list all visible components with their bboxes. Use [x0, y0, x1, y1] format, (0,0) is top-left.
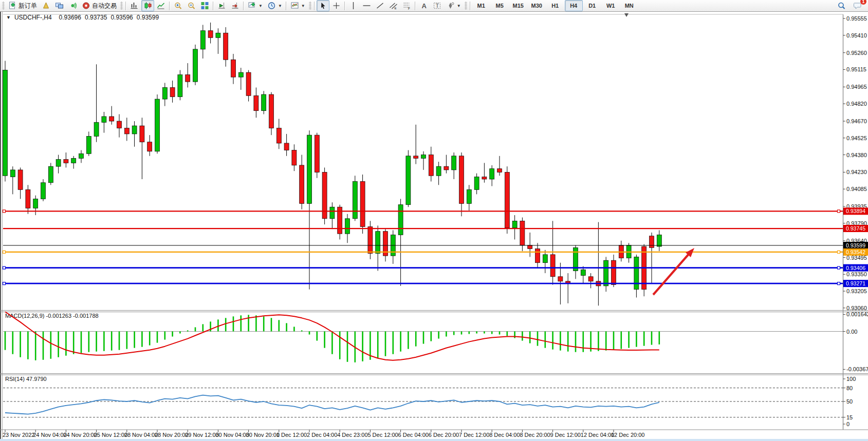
bear-candle [505, 172, 509, 227]
bull-candle [376, 232, 380, 254]
time-tick-label: 24 Nov 04:00 [33, 432, 66, 438]
tile-windows-button[interactable] [198, 0, 211, 11]
hline-handle[interactable] [3, 210, 6, 213]
toolbar-separator [243, 2, 244, 10]
bear-candle [246, 72, 251, 95]
bear-candle [147, 142, 152, 151]
terminal-button[interactable] [53, 0, 66, 11]
toolbar-grip[interactable] [309, 2, 311, 10]
time-tick-label: 30 Nov 04:00 [215, 432, 249, 438]
bull-candle [238, 72, 243, 77]
line-chart-mode-button[interactable] [155, 0, 168, 11]
hline-handle[interactable] [838, 251, 840, 253]
profiles-button[interactable] [40, 0, 52, 11]
time-tick-label: 9 Dec 12:00 [550, 432, 581, 438]
new-order-icon [8, 2, 17, 10]
mt4-window: 新订单自动交易▼▼▼EFAT▼M1M5M15M30H1H4D1W1MN1 ▼ U… [0, 0, 868, 441]
bear-candle [64, 160, 68, 163]
oneclick-dropdown-icon[interactable]: ▼ [6, 15, 11, 20]
quote-close: 0.93599 [137, 14, 159, 21]
timeframe-h1-button[interactable]: H1 [546, 0, 564, 11]
bear-candle [612, 260, 616, 284]
chart-canvas[interactable]: 0.955550.954100.952600.951150.949650.948… [0, 0, 868, 441]
shapes-icon [446, 2, 455, 10]
cursor-tool-button[interactable] [317, 0, 329, 11]
macd-tick-label: 0.001642 [846, 311, 868, 317]
timeframe-w1-button[interactable]: W1 [602, 0, 620, 11]
price-tag-label: 0.93745 [846, 225, 865, 232]
channel-tool-button[interactable]: E [387, 0, 400, 11]
bull-candle [474, 177, 479, 189]
hline-handle[interactable] [3, 282, 6, 285]
candlestick-mode-button[interactable] [141, 0, 154, 11]
price-tick-label: 0.94820 [846, 101, 867, 107]
hline-handle[interactable] [838, 282, 840, 285]
crosshair-tool-button[interactable] [330, 0, 343, 11]
trendline-tool-button[interactable] [374, 0, 386, 11]
dropdown-caret-icon: ▼ [301, 4, 305, 8]
bull-candle [155, 99, 160, 151]
toolbar-grip[interactable] [2, 2, 5, 10]
hline-handle[interactable] [3, 251, 6, 253]
fibonacci-tool-button[interactable]: F [400, 0, 413, 11]
toolbar-grip[interactable] [465, 2, 467, 10]
null-label: H1 [551, 3, 559, 9]
timeframe-h4-button[interactable]: H4 [565, 0, 583, 11]
zoom-in-icon [174, 2, 182, 10]
time-tick-label: 7 Dec 12:00 [459, 432, 489, 438]
timeframe-mn-button[interactable]: MN [620, 0, 638, 11]
bear-candle [231, 60, 236, 77]
bear-candle [315, 135, 319, 172]
bear-candle [482, 177, 487, 179]
chart-header: ▼ USDCHF-,H4 0.93696 0.93735 0.93596 0.9… [6, 14, 162, 21]
new-order-label: 新订单 [19, 2, 37, 10]
chat-badge: 1 [860, 0, 866, 5]
trendline-icon [376, 2, 384, 10]
hline-handle[interactable] [3, 266, 6, 269]
time-tick-label: 6 Dec 04:00 [398, 432, 429, 438]
svg-text:T: T [435, 3, 439, 9]
vertical-line-tool-button[interactable] [347, 0, 360, 11]
time-tick-label: 8 Dec 20:00 [520, 432, 550, 438]
chat-button[interactable]: 1 [851, 0, 864, 11]
bear-candle [497, 169, 502, 172]
chart-shift-button[interactable] [229, 0, 242, 11]
price-tick-label: 0.95115 [846, 66, 866, 72]
autotrade-button[interactable]: 自动交易 [80, 0, 119, 11]
bars-icon [130, 2, 139, 10]
new-chart-dropdown[interactable]: ▼ [246, 0, 265, 11]
crosshair-icon [332, 2, 341, 10]
text-tool-button[interactable]: A [417, 0, 430, 11]
new-order-button[interactable]: 新订单 [6, 0, 39, 11]
main-toolbar: 新订单自动交易▼▼▼EFAT▼M1M5M15M30H1H4D1W1MN1 [0, 0, 868, 12]
time-tick-label: 12 Dec 20:00 [611, 432, 644, 438]
toolbar-separator [415, 2, 416, 10]
hline-handle[interactable] [838, 266, 840, 269]
hline-handle[interactable] [838, 210, 840, 213]
quote-high: 0.93735 [85, 14, 107, 21]
zoom-out-button[interactable] [185, 0, 198, 11]
timeframe-m30-button[interactable]: M30 [528, 0, 546, 11]
indicators-dropdown[interactable]: ▼ [288, 0, 307, 11]
auto-scroll-button[interactable] [215, 0, 228, 11]
toolbar-separator [213, 2, 214, 10]
time-tick-label: 12 Dec 04:00 [581, 432, 614, 438]
bull-candle [132, 126, 137, 134]
svg-text:E: E [394, 7, 396, 10]
timeframe-m1-button[interactable]: M1 [472, 0, 490, 11]
signals-button[interactable] [66, 0, 79, 11]
zoom-in-button[interactable] [172, 0, 184, 11]
text-a-icon: A [419, 2, 428, 10]
timeframe-d1-button[interactable]: D1 [583, 0, 601, 11]
text-label-tool-button[interactable]: T [431, 0, 444, 11]
periods-dropdown[interactable]: ▼ [265, 0, 284, 11]
toolbar-grip[interactable] [120, 2, 123, 10]
arrows-dropdown[interactable]: ▼ [444, 0, 463, 11]
search-button[interactable] [835, 0, 848, 11]
chart-background [0, 12, 868, 441]
timeframe-m15-button[interactable]: M15 [509, 0, 527, 11]
timeframe-m5-button[interactable]: M5 [491, 0, 509, 11]
bar-chart-mode-button[interactable] [128, 0, 141, 11]
horizontal-line-tool-button[interactable] [360, 0, 373, 11]
status-strip [0, 439, 868, 441]
